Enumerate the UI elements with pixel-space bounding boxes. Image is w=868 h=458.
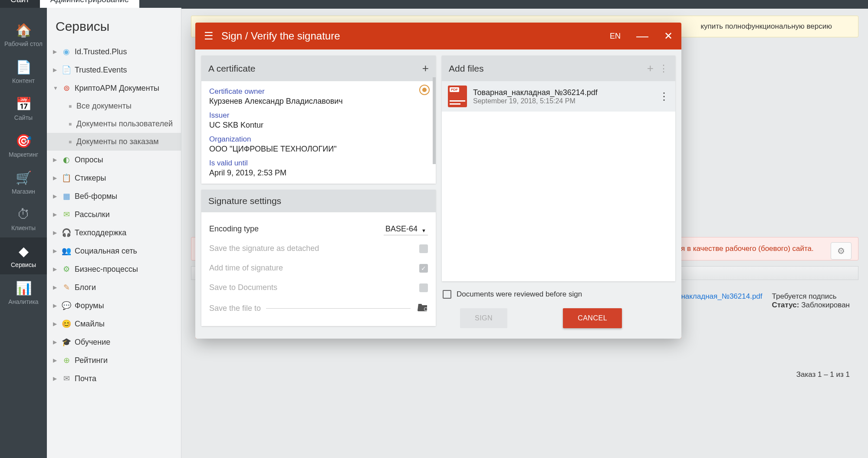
rail-item-Маркетинг[interactable]: 🎯Маркетинг	[0, 127, 47, 164]
review-label: Documents were reviewed before sign	[457, 290, 582, 299]
tree-item[interactable]: ▶✉Рассылки	[47, 205, 181, 224]
sign-button: SIGN	[460, 308, 507, 328]
close-icon[interactable]: ✕	[664, 30, 673, 42]
review-checkbox[interactable]	[443, 290, 451, 299]
rail-icon: ◆	[2, 244, 45, 259]
certificate-panel: A certificate + Certificate owner Курзен…	[201, 56, 436, 184]
detached-label: Save the signature as detached	[209, 244, 319, 253]
tree-item[interactable]: ▶✉Почта	[47, 369, 181, 388]
tree-item[interactable]: ▶👥Социальная сеть	[47, 242, 181, 260]
tree-icon: ⊚	[62, 83, 71, 93]
chevron-icon: ▶	[53, 211, 58, 217]
tree-item[interactable]: ▶⊕Рейтинги	[47, 351, 181, 369]
sign-verify-modal: ☰ Sign / Verify the signature EN — ✕ A c…	[195, 23, 681, 339]
row-file-link[interactable]: _накладная_№36214.pdf	[677, 292, 763, 310]
sidebar: Сервисы ▶◉Id.Trusted.Plus▶📄Trusted.Event…	[47, 8, 181, 458]
tree-icon: 📄	[62, 65, 71, 75]
tree-icon: ▦	[62, 191, 71, 201]
rail-item-Клиенты[interactable]: ⏱Клиенты	[0, 201, 47, 237]
chevron-icon: ▶	[53, 193, 58, 199]
tree-item[interactable]: ▶🎓Обучение	[47, 333, 181, 351]
tree-icon: ✎	[62, 283, 71, 292]
rail-item-Сайты[interactable]: 📅Сайты	[0, 90, 47, 127]
tree-item[interactable]: ▶◉Id.Trusted.Plus	[47, 43, 181, 61]
savefile-input[interactable]	[266, 308, 411, 309]
sig-panel-title: Signature settings	[208, 196, 281, 206]
chevron-icon: ▶	[53, 376, 58, 382]
chevron-icon: ▶	[53, 49, 58, 55]
folder-icon[interactable]	[418, 303, 428, 314]
rail-icon: 📄	[2, 59, 45, 75]
tree-item[interactable]: ▶◐Опросы	[47, 151, 181, 169]
chevron-icon: ▶	[53, 303, 58, 309]
chevron-icon: ▶	[53, 157, 58, 163]
tree-item[interactable]: ▼⊚КриптоАРМ Документы	[47, 79, 181, 97]
tree-item[interactable]: ▶📋Стикеры	[47, 169, 181, 187]
rail-icon: 📅	[2, 96, 45, 112]
chevron-icon: ▶	[53, 321, 58, 327]
hamburger-icon[interactable]: ☰	[204, 30, 214, 42]
chevron-icon: ▶	[53, 339, 58, 345]
row-status-label: Статус:	[772, 301, 799, 309]
svg-point-1	[424, 308, 427, 310]
cert-valid-value: April 9, 2019, 2:53 PM	[209, 168, 428, 178]
files-panel-title: Add files	[449, 63, 484, 74]
cert-status-icon	[419, 85, 430, 95]
tree-item[interactable]: ▶▦Веб-формы	[47, 187, 181, 205]
tree-icon: ⊕	[62, 356, 71, 365]
tree-item[interactable]: ▶⚙Бизнес-процессы	[47, 260, 181, 278]
tree-icon: ⚙	[62, 264, 71, 274]
tree-icon: 🎧	[62, 228, 71, 237]
encoding-label: Encoding type	[209, 224, 259, 234]
detached-checkbox[interactable]	[419, 244, 428, 253]
encoding-select[interactable]: BASE-64	[384, 224, 428, 234]
rail-item-Аналитика[interactable]: 📊Аналитика	[0, 274, 47, 311]
file-row[interactable]: PDF Товарная_накладная_№36214.pdf Septem…	[442, 81, 675, 112]
savedocs-label: Save to Documents	[209, 283, 277, 292]
row-status-value: Заблокирован	[801, 301, 850, 309]
tab-site[interactable]: Сайт	[0, 0, 40, 9]
sidebar-title: Сервисы	[47, 16, 181, 43]
settings-gear-button[interactable]: ⚙	[831, 242, 852, 260]
chevron-icon: ▶	[53, 357, 58, 363]
chevron-icon: ▶	[53, 175, 58, 181]
addtime-label: Add time of signature	[209, 264, 283, 273]
file-more-icon[interactable]: ⋮	[659, 90, 669, 102]
lang-toggle[interactable]: EN	[610, 32, 621, 41]
rail-item-Сервисы[interactable]: ◆Сервисы	[0, 237, 47, 274]
cert-owner-value: Курзенев Александр Владиславович	[209, 97, 428, 106]
tree-icon: ✉	[62, 374, 71, 383]
tab-admin[interactable]: Администрирование	[40, 0, 139, 9]
tree-item[interactable]: ▶✎Блоги	[47, 278, 181, 297]
savefile-label: Save the file to	[209, 304, 261, 313]
addtime-checkbox[interactable]: ✓	[419, 264, 428, 273]
tree-subitem[interactable]: ■Все документы	[47, 97, 181, 115]
rail-item-Контент[interactable]: 📄Контент	[0, 53, 47, 90]
tree-item[interactable]: ▶😊Смайлы	[47, 315, 181, 333]
rail-item-Рабочий стол[interactable]: 🏠Рабочий стол	[0, 16, 47, 53]
tree-subitem[interactable]: ■Документы пользователей	[47, 115, 181, 133]
chevron-icon: ▶	[53, 67, 58, 73]
minimize-icon[interactable]: —	[636, 29, 648, 43]
tree-icon: 💬	[62, 301, 71, 310]
rail-item-Магазин[interactable]: 🛒Магазин	[0, 164, 47, 201]
bullet-icon: ■	[69, 103, 73, 109]
tree-item[interactable]: ▶💬Форумы	[47, 297, 181, 315]
add-file-button[interactable]: +	[647, 62, 654, 75]
tree-icon: ◉	[62, 47, 71, 56]
cert-issuer-value: UC SKB Kontur	[209, 121, 428, 130]
tree-item[interactable]: ▶📄Trusted.Events	[47, 61, 181, 79]
savedocs-checkbox[interactable]	[419, 283, 428, 292]
cert-scrollbar[interactable]	[433, 77, 436, 164]
table-row-info: _накладная_№36214.pdf Требуется подпись …	[677, 292, 850, 310]
pdf-file-icon: PDF	[448, 86, 467, 107]
files-more-icon[interactable]: ⋮	[659, 63, 668, 74]
cancel-button[interactable]: CANCEL	[563, 308, 622, 328]
chevron-icon: ▶	[53, 266, 58, 272]
file-date: September 19, 2018, 5:15:24 PM	[473, 97, 653, 105]
tree-subitem[interactable]: ■Документы по заказам	[47, 133, 181, 151]
tree-item[interactable]: ▶🎧Техподдержка	[47, 224, 181, 242]
left-rail: 🏠Рабочий стол📄Контент📅Сайты🎯Маркетинг🛒Ма…	[0, 8, 47, 458]
chevron-icon: ▶	[53, 230, 58, 236]
add-certificate-button[interactable]: +	[422, 62, 429, 75]
